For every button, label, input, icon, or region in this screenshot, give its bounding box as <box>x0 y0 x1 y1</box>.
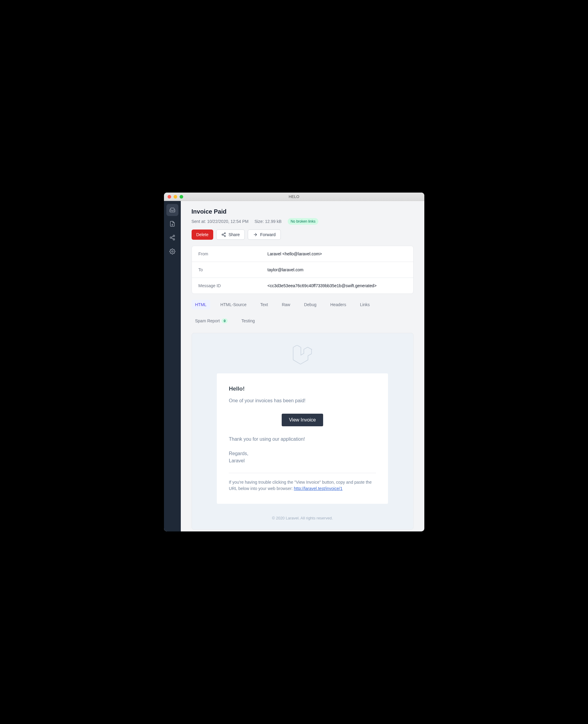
sidebar <box>164 201 181 532</box>
email-regards: Regards, <box>229 451 248 456</box>
tab-links[interactable]: Links <box>356 300 374 309</box>
email-preview: Hello! One of your invoices has been pai… <box>192 333 414 530</box>
delete-button[interactable]: Delete <box>192 229 213 240</box>
email-footer: © 2020 Laravel. All rights reserved. <box>192 516 413 520</box>
msgid-label: Message ID <box>198 283 268 288</box>
forward-button-label: Forward <box>260 232 275 237</box>
sidebar-item-inbox[interactable] <box>166 204 178 216</box>
maximize-window-button[interactable] <box>180 195 183 199</box>
svg-point-6 <box>224 232 226 234</box>
email-outro: Thank you for using our application! <box>229 435 376 443</box>
app-body: Invoice Paid Sent at: 10/22/2020, 12:54 … <box>164 201 424 532</box>
svg-point-7 <box>222 234 223 235</box>
tab-debug[interactable]: Debug <box>300 300 320 309</box>
action-row: Delete Share Forward <box>192 229 414 240</box>
gear-icon <box>169 248 175 254</box>
email-button-row: View Invoice <box>229 414 376 426</box>
from-value: Laravel <hello@laravel.com> <box>268 251 322 256</box>
svg-point-8 <box>224 235 226 237</box>
tab-html[interactable]: HTML <box>192 300 210 309</box>
email-sender: Laravel <box>229 458 245 463</box>
forward-button[interactable]: Forward <box>248 229 280 240</box>
window-titlebar: HELO <box>164 192 424 201</box>
main-content: Invoice Paid Sent at: 10/22/2020, 12:54 … <box>181 201 424 532</box>
share-icon <box>221 232 226 237</box>
tab-raw[interactable]: Raw <box>278 300 294 309</box>
svg-line-3 <box>171 238 173 239</box>
email-signature: Regards, Laravel <box>229 450 376 464</box>
to-label: To <box>198 267 268 272</box>
to-row: To taylor@laravel.com <box>192 262 413 278</box>
tab-html-source[interactable]: HTML-Source <box>217 300 250 309</box>
minimize-window-button[interactable] <box>173 195 177 199</box>
meta-row: Sent at: 10/22/2020, 12:54 PM Size: 12.9… <box>192 218 414 225</box>
view-invoice-button[interactable]: View Invoice <box>282 414 323 426</box>
inbox-icon <box>169 207 175 213</box>
delete-button-label: Delete <box>196 232 208 237</box>
from-row: From Laravel <hello@laravel.com> <box>192 246 413 262</box>
from-label: From <box>198 251 268 256</box>
share-icon <box>169 235 175 241</box>
email-intro: One of your invoices has been paid! <box>229 397 376 405</box>
tab-testing[interactable]: Testing <box>238 316 258 326</box>
msgid-value: <cc3d3e53eea76c69c40ff7339bb35e1b@swift.… <box>268 283 377 288</box>
svg-line-4 <box>171 236 173 237</box>
file-download-icon <box>169 221 175 227</box>
tab-headers[interactable]: Headers <box>327 300 350 309</box>
tab-spam-report-label: Spam Report <box>195 318 220 323</box>
spam-count-badge: 0 <box>222 318 228 323</box>
msgid-row: Message ID <cc3d3e53eea76c69c40ff7339bb3… <box>192 278 413 293</box>
to-value: taylor@laravel.com <box>268 267 303 272</box>
svg-point-2 <box>173 239 174 240</box>
laravel-logo-icon <box>293 345 312 365</box>
sidebar-item-share[interactable] <box>166 232 178 244</box>
svg-point-0 <box>173 235 174 237</box>
close-window-button[interactable] <box>168 195 171 199</box>
sidebar-item-settings[interactable] <box>166 245 178 257</box>
link-status-badge: No broken links <box>288 218 319 225</box>
share-button[interactable]: Share <box>216 229 245 240</box>
sent-at-label: Sent at: 10/22/2020, 12:54 PM <box>192 219 249 224</box>
traffic-lights <box>164 195 183 199</box>
size-label: Size: 12.99 kB <box>254 219 281 224</box>
preview-logo <box>192 345 413 365</box>
tabs: HTML HTML-Source Text Raw Debug Headers … <box>192 300 414 326</box>
email-fallback-link[interactable]: http://laravel.test/invoice/1 <box>294 486 343 491</box>
svg-point-5 <box>171 251 173 252</box>
email-greeting: Hello! <box>229 386 376 392</box>
window-title: HELO <box>289 194 299 199</box>
svg-point-1 <box>170 237 171 239</box>
sidebar-item-download[interactable] <box>166 218 178 230</box>
page-title: Invoice Paid <box>192 208 414 215</box>
details-card: From Laravel <hello@laravel.com> To tayl… <box>192 246 414 294</box>
tab-text[interactable]: Text <box>257 300 272 309</box>
svg-line-10 <box>223 233 225 234</box>
tab-spam-report[interactable]: Spam Report 0 <box>192 316 232 326</box>
arrow-right-icon <box>253 232 258 237</box>
email-divider <box>229 473 376 473</box>
share-button-label: Share <box>229 232 240 237</box>
app-window: HELO Invoice Paid Sent at: 10/22/2020, 1… <box>164 192 424 532</box>
svg-line-9 <box>223 235 225 236</box>
email-trouble-text: If you're having trouble clicking the "V… <box>229 479 376 492</box>
email-body-card: Hello! One of your invoices has been pai… <box>217 373 388 504</box>
